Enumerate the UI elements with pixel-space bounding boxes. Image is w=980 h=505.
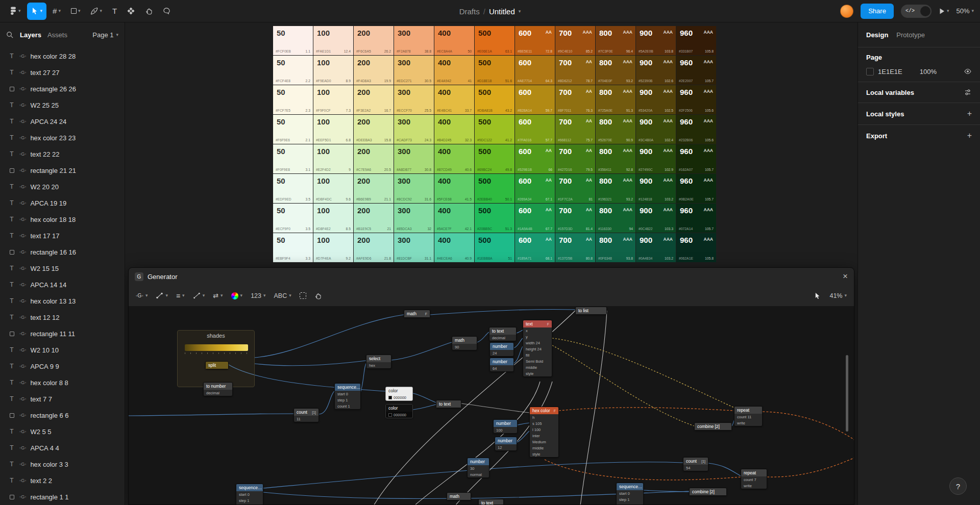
palette-cell[interactable]: 800#35641192.8AAA bbox=[596, 144, 635, 173]
shades-group[interactable]: shades bbox=[177, 330, 255, 387]
main-menu-button[interactable]: ▾ bbox=[6, 3, 25, 20]
add-style-icon[interactable]: + bbox=[967, 109, 972, 118]
palette-cell[interactable]: 600#189A7168.1AA bbox=[515, 233, 555, 262]
canvas[interactable]: 50#FCF0EB1.1100#FAE1D112.4200#F6C6A526.2… bbox=[125, 22, 857, 505]
layer-row[interactable]: T◦G◦W2 10 10 bbox=[0, 342, 125, 358]
palette-cell[interactable]: 400#B4D24532.3 bbox=[434, 115, 474, 144]
palette-cell[interactable]: 800#0F634893.8AAA bbox=[596, 233, 635, 262]
layer-row[interactable]: T◦G◦hex color 28 28 bbox=[0, 48, 125, 64]
palette-cell[interactable]: 700#1F7C2A81AA bbox=[555, 174, 595, 203]
graph-node[interactable]: repeatcount 7write bbox=[741, 469, 767, 489]
palette-cell[interactable]: 100#D7F4EA9.2 bbox=[313, 233, 353, 262]
graph-node[interactable]: repeatcount 11write bbox=[734, 406, 763, 426]
palette-cell[interactable]: 700#66811275.7AA bbox=[555, 115, 595, 144]
dev-mode-toggle[interactable]: </> bbox=[901, 5, 932, 18]
palette-cell[interactable]: 50#F0F9E83.1 bbox=[273, 144, 313, 173]
local-styles-section[interactable]: Local styles + bbox=[858, 103, 980, 124]
generator-canvas[interactable]: shades mathFto listto textdecimalmath90s… bbox=[129, 307, 854, 504]
graph-node[interactable]: textFxywidth 24height 24fillSemi Boldmid… bbox=[523, 320, 552, 377]
palette-cell[interactable]: 800#19632193.2AAA bbox=[596, 174, 635, 203]
layer-row[interactable]: ◦G◦rectangle 6 6 bbox=[0, 407, 125, 423]
marquee-tool[interactable] bbox=[300, 292, 306, 299]
layer-row[interactable]: T◦G◦hex color 13 13 bbox=[0, 293, 125, 309]
graph-node[interactable]: color000000 bbox=[385, 387, 413, 401]
palette-cell[interactable]: 800#725A0E91.3AAA bbox=[596, 85, 635, 114]
palette-cell[interactable]: 500#20BB5C51.3 bbox=[475, 204, 514, 233]
hand-tool-button[interactable] bbox=[141, 3, 157, 20]
layer-row[interactable]: T◦G◦APCA 19 19 bbox=[0, 195, 125, 211]
palette-cell[interactable]: 300#8CDC9231.6 bbox=[394, 174, 434, 203]
variables-icon[interactable] bbox=[964, 88, 972, 96]
palette-cell[interactable]: 200#F4D8A319.9 bbox=[354, 56, 394, 85]
palette-cell[interactable]: 600#BE5E1172.8AA bbox=[515, 26, 555, 55]
generator-header[interactable]: G Generator × bbox=[129, 268, 854, 285]
graph-node[interactable]: combine [2] bbox=[694, 422, 732, 431]
layer-row[interactable]: T◦G◦W2 20 20 bbox=[0, 179, 125, 195]
zoom-menu[interactable]: 50% ▾ bbox=[956, 7, 974, 15]
swap-nodes-menu[interactable]: ⇄ ▾ bbox=[213, 292, 223, 299]
palette-cell[interactable]: 900#124818103.2AAA bbox=[636, 174, 676, 203]
palette-cell[interactable]: 500#2EBB4050.1 bbox=[475, 174, 514, 203]
palette-cell[interactable]: 700#8D621278.7AA bbox=[555, 56, 595, 85]
palette-cell[interactable]: 900#0C4822103.3AAA bbox=[636, 204, 676, 233]
palette-cell[interactable]: 100#F9F0CF7.3 bbox=[313, 85, 353, 114]
palette-cell[interactable]: 100#EEF5D16.8 bbox=[313, 115, 353, 144]
present-button[interactable]: ▾ bbox=[939, 8, 949, 15]
page-color-swatch[interactable] bbox=[866, 68, 874, 75]
palette-cell[interactable]: 200#B1E9C521 bbox=[354, 204, 394, 233]
generator-node-menu[interactable]: ◦G◦ ▾ bbox=[136, 293, 148, 298]
palette-cell[interactable]: 100#D8F4E28.5 bbox=[313, 204, 353, 233]
graph-node[interactable]: number24 bbox=[489, 342, 514, 357]
graph-node[interactable]: selecthex bbox=[366, 355, 391, 369]
tab-layers[interactable]: Layers bbox=[20, 31, 41, 39]
layer-row[interactable]: ◦G◦rectangle 1 1 bbox=[0, 489, 125, 505]
palette-cell[interactable]: 960#2E2007105.7AAA bbox=[676, 56, 716, 85]
palette-cell[interactable]: 400#5FCE6841.5 bbox=[434, 174, 474, 203]
palette-cell[interactable]: 900#3C4B0A102.4AAA bbox=[636, 115, 676, 144]
palette-cell[interactable]: 300#F2A87838.8 bbox=[394, 26, 434, 55]
palette-cell[interactable]: 400#E4A94241 bbox=[434, 56, 474, 85]
palette-cell[interactable]: 900#52390B102.6AAA bbox=[636, 56, 676, 85]
palette-cell[interactable]: 960#0B2A0E105.7AAA bbox=[676, 174, 716, 203]
close-icon[interactable]: × bbox=[843, 271, 848, 282]
palette-cell[interactable]: 500#1EBB8A51 bbox=[475, 233, 514, 262]
layer-row[interactable]: T◦G◦text 2 2 bbox=[0, 472, 125, 489]
chevron-down-icon[interactable]: ▾ bbox=[519, 9, 521, 14]
palette-cell[interactable]: 400#4ECEA640.9 bbox=[434, 233, 474, 262]
layer-row[interactable]: T◦G◦text 22 22 bbox=[0, 146, 125, 162]
graph-node[interactable]: to textdecimal bbox=[489, 327, 517, 341]
palette-cell[interactable]: 900#27490C102.9AAA bbox=[636, 144, 676, 173]
palette-cell[interactable]: 400#87CD4940.6 bbox=[434, 144, 474, 173]
page-color-opacity[interactable]: 100% bbox=[920, 68, 937, 75]
palette-cell[interactable]: 900#53420A102.5AAA bbox=[636, 85, 676, 114]
palette-cell[interactable]: 900#0A4834103.2AAA bbox=[636, 233, 676, 262]
palette-cell[interactable]: 200#DEEBA315.8 bbox=[354, 115, 394, 144]
palette-cell[interactable]: 960#072A14105.7AAA bbox=[676, 204, 716, 233]
visibility-icon[interactable] bbox=[964, 67, 972, 75]
palette-cell[interactable]: 600#1A9A4B67.7AA bbox=[515, 204, 555, 233]
palette-cell[interactable]: 200#AFE9D621.8 bbox=[354, 233, 394, 262]
palette-cell[interactable]: 600#269A3467.1AA bbox=[515, 174, 555, 203]
layer-row[interactable]: T◦G◦text 12 12 bbox=[0, 309, 125, 325]
palette-cell[interactable]: 800#704E0F93.2AAA bbox=[596, 56, 635, 85]
layer-row[interactable]: T◦G◦hex color 8 8 bbox=[0, 374, 125, 391]
palette-cell[interactable]: 600#529B1B66AA bbox=[515, 144, 555, 173]
graph-node[interactable]: number12 bbox=[495, 437, 517, 451]
layer-row[interactable]: ◦G◦rectangle 21 21 bbox=[0, 162, 125, 179]
graph-node[interactable]: sequence…start 0step 1count 20 bbox=[236, 484, 263, 504]
generator-scrollbar[interactable] bbox=[846, 355, 848, 432]
palette-cell[interactable]: 960#162A07105.7AAA bbox=[676, 144, 716, 173]
palette-cell[interactable]: 800#11633094AAA bbox=[596, 204, 635, 233]
wire-nodes-menu[interactable]: ▾ bbox=[193, 292, 205, 299]
palette-cell[interactable]: 500#69BC2449.8 bbox=[475, 144, 514, 173]
palette-cell[interactable]: 200#F3E2A216.7 bbox=[354, 85, 394, 114]
palette-cell[interactable]: 960#2F2506105.6AAA bbox=[676, 85, 716, 114]
palette-cell[interactable]: 200#F6C6A526.2 bbox=[354, 26, 394, 55]
pan-tool[interactable] bbox=[314, 292, 322, 299]
graph-node[interactable]: number64 bbox=[489, 358, 514, 372]
graph-node[interactable]: number30normal bbox=[467, 458, 489, 478]
palette-cell[interactable]: 700#157D3D81.4AA bbox=[555, 204, 595, 233]
layer-row[interactable]: T◦G◦text 17 17 bbox=[0, 228, 125, 244]
palette-cell[interactable]: 50#FCF7E52.3 bbox=[273, 85, 313, 114]
palette-cell[interactable]: 700#427D1679.5AA bbox=[555, 144, 595, 173]
